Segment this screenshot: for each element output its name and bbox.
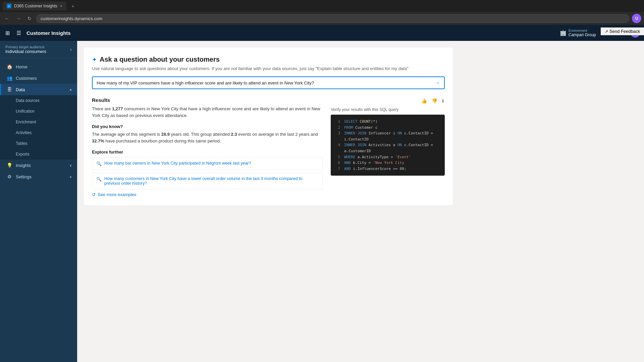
- ask-sparkle-icon: ✦: [92, 56, 97, 63]
- sidebar-insights-label: Insights: [16, 163, 31, 168]
- insights-expand-icon: ∨: [69, 164, 72, 167]
- app: ⊞ ☰ Customer Insights 🏢 Environment Camp…: [0, 25, 644, 362]
- sql-line-7: 7 AND i.InfluencerScore >= 80;: [335, 166, 441, 172]
- env-icon: 🏢: [560, 30, 567, 36]
- ask-header: ✦ Ask a question about your customers: [92, 56, 445, 63]
- sidebar-sub-data: Data sources Unification Enrichment Acti…: [0, 95, 77, 160]
- home-icon: 🏠: [6, 64, 12, 69]
- sidebar-item-unification[interactable]: Unification: [0, 106, 77, 117]
- feedback-arrow-icon: ↗: [605, 29, 608, 34]
- sidebar-data-label: Data: [16, 87, 25, 92]
- sidebar-item-home[interactable]: 🏠 Home: [0, 61, 77, 72]
- browser-nav-right: U: [632, 14, 641, 23]
- dyk-text-2: years old. This group attended: [170, 132, 231, 137]
- results-left: Results There are 1,277 consumers in New…: [92, 97, 323, 197]
- search-input[interactable]: [97, 80, 432, 85]
- sidebar-item-data-sources[interactable]: Data sources: [0, 95, 77, 106]
- dyk-pct: 32.7%: [92, 138, 104, 143]
- sidebar-tables-label: Tables: [16, 141, 28, 146]
- sidebar-item-exports[interactable]: Exports: [0, 149, 77, 160]
- env-label: Environment: [569, 29, 596, 33]
- explore-item-0[interactable]: 🔍 How many bar owners in New York City p…: [92, 157, 323, 170]
- did-you-know-title: Did you know?: [92, 124, 323, 129]
- address-bar[interactable]: customerinsights.dynamics.com: [36, 14, 629, 23]
- results-section: Results There are 1,277 consumers in New…: [92, 97, 445, 197]
- sidebar-item-tables[interactable]: Tables: [0, 138, 77, 149]
- dyk-text-3: events on average in the last 2 years an…: [237, 132, 318, 137]
- explore-icon-1: 🔍: [96, 177, 102, 182]
- results-text: There are 1,277 consumers in New York Ci…: [92, 106, 323, 119]
- sidebar-settings-label: Settings: [16, 174, 32, 179]
- forward-button[interactable]: →: [14, 14, 23, 22]
- target-label: Primary target audience: [5, 45, 46, 49]
- thumbs-down-button[interactable]: 👎: [431, 97, 438, 105]
- search-bar[interactable]: →: [92, 76, 445, 89]
- settings-icon: ⚙: [6, 174, 12, 179]
- env-name: Campari Group: [569, 33, 596, 37]
- did-you-know: Did you know? The average age of this se…: [92, 124, 323, 144]
- feedback-icons: 👍 👎 ℹ: [331, 97, 445, 105]
- sidebar-exports-label: Exports: [16, 152, 30, 157]
- waffle-button[interactable]: ⊞: [4, 28, 11, 38]
- address-text: customerinsights.dynamics.com: [41, 16, 102, 21]
- explore-further: Explore further 🔍 How many bar owners in…: [92, 149, 323, 197]
- explore-text-1: How many customers in New York City have…: [104, 176, 318, 186]
- info-button[interactable]: ℹ: [441, 97, 445, 105]
- thumbs-up-button[interactable]: 👍: [420, 97, 428, 105]
- sidebar-enrichment-label: Enrichment: [16, 120, 36, 124]
- send-feedback-bar[interactable]: ↗ Send Feedback: [601, 27, 644, 35]
- data-expand-icon: ∧: [69, 88, 72, 92]
- see-more-refresh-icon: ↺: [92, 192, 96, 197]
- send-button[interactable]: →: [435, 80, 440, 86]
- dyk-text-1: The average age of this segment is: [92, 132, 161, 137]
- target-value: Individual consumers: [5, 49, 46, 54]
- sidebar-item-insights[interactable]: 💡 Insights ∨: [0, 160, 77, 171]
- target-chevron: ›: [70, 47, 72, 53]
- see-more-button[interactable]: ↺ See more examples: [92, 192, 323, 197]
- sql-line-2: 2 FROM Customer c: [335, 125, 441, 131]
- insights-icon: 💡: [6, 163, 12, 168]
- new-tab-button[interactable]: +: [69, 2, 77, 10]
- sql-line-5: 5 WHERE a.ActivityType = 'Event': [335, 154, 441, 160]
- results-title: Results: [92, 97, 323, 103]
- ask-subtitle: Use natural language to ask questions ab…: [92, 66, 445, 71]
- sidebar-target[interactable]: Primary target audience Individual consu…: [0, 41, 77, 58]
- sidebar-data-sources-label: Data sources: [16, 98, 40, 103]
- sidebar-item-enrichment[interactable]: Enrichment: [0, 117, 77, 127]
- user-avatar[interactable]: U: [632, 14, 641, 23]
- sql-line-1: 1 SELECT COUNT(*): [335, 119, 441, 125]
- ask-title: Ask a question about your customers: [100, 56, 220, 63]
- main-card: ✦ Ask a question about your customers Us…: [84, 48, 453, 205]
- environment-info[interactable]: 🏢 Environment Campari Group: [560, 29, 596, 37]
- settings-expand-icon: ∨: [69, 175, 72, 179]
- sql-panel-label: Verify your results with this SQL query: [331, 107, 445, 112]
- back-button[interactable]: ←: [3, 14, 11, 22]
- browser-tab[interactable]: D D365 Customer Insights ×: [3, 2, 66, 10]
- app-title: Customer Insights: [26, 30, 556, 36]
- sidebar-item-customers[interactable]: 👥 Customers: [0, 72, 77, 84]
- sidebar-customers-label: Customers: [16, 76, 37, 81]
- sidebar-item-data[interactable]: 🗄 Data ∧: [0, 84, 77, 95]
- main-layout: Primary target audience Individual consu…: [0, 41, 644, 362]
- refresh-button[interactable]: ↻: [25, 14, 34, 22]
- hamburger-button[interactable]: ☰: [15, 28, 22, 38]
- results-text-after: consumers in New York City that have a h…: [92, 106, 320, 118]
- sql-line-3: 3 INNER JOIN Influencer i ON c.ContactID…: [335, 130, 441, 142]
- explore-title: Explore further: [92, 149, 323, 155]
- browser-chrome: D D365 Customer Insights × +: [0, 0, 644, 12]
- sql-code-block: 1 SELECT COUNT(*) 2 FROM Customer c 3 IN…: [331, 115, 445, 176]
- results-text-before: There are: [92, 106, 112, 111]
- dyk-events: 2.3: [231, 132, 237, 137]
- sidebar-item-activities[interactable]: Activities: [0, 127, 77, 138]
- sidebar-item-settings[interactable]: ⚙ Settings ∨: [0, 171, 77, 182]
- tab-close-button[interactable]: ×: [60, 4, 62, 8]
- explore-icon-0: 🔍: [96, 161, 102, 166]
- sidebar-nav: 🏠 Home 👥 Customers 🗄 Data ∧ Data sources: [0, 58, 77, 362]
- tab-title: D365 Customer Insights: [14, 4, 57, 8]
- data-icon: 🗄: [6, 87, 12, 92]
- explore-item-1[interactable]: 🔍 How many customers in New York City ha…: [92, 173, 323, 189]
- sidebar: Primary target audience Individual consu…: [0, 41, 77, 362]
- customers-icon: 👥: [6, 75, 12, 81]
- sql-line-4: 4 INNER JOIN Activities a ON c.ContactID…: [335, 142, 441, 154]
- sidebar-activities-label: Activities: [16, 130, 32, 135]
